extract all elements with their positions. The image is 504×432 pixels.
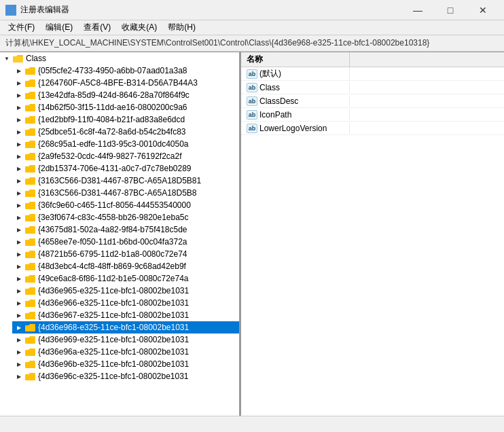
svg-rect-31: [25, 374, 35, 380]
tree-item-10[interactable]: ▶ {3163C566-D381-4467-87BC-A65A18D5B8: [12, 187, 239, 199]
tree-item-1[interactable]: ▶ {1264760F-A5C8-4BFE-B314-D56A7B44A3: [12, 77, 239, 89]
tree-item-12[interactable]: ▶ {3e3f0674-c83c-4558-bb26-9820e1eba5c: [12, 211, 239, 223]
tree-item-16[interactable]: ▶ {48d3ebc4-4cf8-48ff-b869-9c68ad42eb9f: [12, 260, 239, 272]
svg-rect-19: [25, 228, 35, 234]
value-cell-name-2: ab ClassDesc: [241, 96, 350, 107]
svg-rect-21: [25, 252, 35, 258]
svg-rect-20: [25, 240, 35, 246]
tree-item-24[interactable]: ▶ {4d36e96b-e325-11ce-bfc1-08002be1031: [12, 358, 239, 370]
address-text: 计算机\HKEY_LOCAL_MACHINE\SYSTEM\ControlSet…: [5, 37, 429, 49]
svg-rect-30: [25, 362, 35, 368]
tree-item-22[interactable]: ▶ {4d36e969-e325-11ce-bfc1-08002be1031: [12, 334, 239, 346]
tree-item-4[interactable]: ▶ {1ed2bbf9-11f0-4084-b21f-ad83a8e6dcd: [12, 113, 239, 126]
minimize-button[interactable]: —: [402, 0, 433, 20]
value-cell-data-2: [350, 101, 504, 102]
svg-rect-22: [25, 264, 35, 270]
value-row-2[interactable]: ab ClassDesc: [241, 94, 504, 108]
tree-item-23[interactable]: ▶ {4d36e96a-e325-11ce-bfc1-08002be1031: [12, 346, 239, 358]
svg-rect-16: [25, 191, 35, 197]
tree-root-label: Class: [26, 54, 46, 63]
svg-rect-25: [25, 301, 35, 307]
window-title: 注册表编辑器: [20, 4, 402, 16]
svg-rect-11: [25, 130, 35, 136]
value-header-type: [350, 58, 504, 61]
window-controls: — □ ✕: [402, 0, 499, 20]
tree-item-3[interactable]: ▶ {14b62f50-3f15-11dd-ae16-0800200c9a6: [12, 101, 239, 113]
svg-rect-14: [25, 166, 35, 173]
tree-item-5[interactable]: ▶ {25dbce51-6c8f-4a72-8a6d-b54c2b4fc83: [12, 126, 239, 138]
menu-view[interactable]: 查看(V): [78, 20, 116, 35]
expand-arrow-root[interactable]: ▼: [3, 54, 11, 62]
svg-rect-15: [25, 179, 35, 185]
svg-rect-3: [12, 11, 15, 14]
value-header-name: 名称: [241, 52, 350, 67]
tree-item-17[interactable]: ▶ {49ce6ac8-6f86-11d2-b1e5-0080c72e74a: [12, 272, 239, 285]
value-cell-name-4: ab LowerLogoVersion: [241, 123, 350, 134]
value-row-0[interactable]: ab (默认): [241, 67, 504, 81]
tree-item-14[interactable]: ▶ {4658ee7e-f050-11d1-b6bd-00c04fa372a: [12, 236, 239, 248]
title-bar: 注册表编辑器 — □ ✕: [0, 0, 504, 20]
svg-rect-13: [25, 154, 35, 160]
value-row-3[interactable]: ab IconPath: [241, 108, 504, 122]
svg-rect-7: [25, 81, 35, 87]
reg-sz-icon-4: ab: [247, 124, 257, 133]
tree-item-19[interactable]: ▶ {4d36e966-e325-11ce-bfc1-08002be1031: [12, 297, 239, 309]
tree-item-2[interactable]: ▶ {13e42dfa-85d9-424d-8646-28a70f864f9c: [12, 89, 239, 101]
value-row-1[interactable]: ab Class: [241, 81, 504, 94]
tree-item-13[interactable]: ▶ {43675d81-502a-4a82-9f84-b75f418c5de: [12, 223, 239, 236]
tree-item-25[interactable]: ▶ {4d36e96c-e325-11ce-bfc1-08002be1031: [12, 370, 239, 382]
menu-favorites[interactable]: 收藏夹(A): [116, 20, 162, 35]
tree-item-8[interactable]: ▶ {2db15374-706e-4131-a0c7-d7c78eb0289: [12, 162, 239, 175]
value-cell-name-3: ab IconPath: [241, 109, 350, 120]
svg-rect-17: [25, 203, 35, 209]
tree-panel[interactable]: ▼ Class ▶ {05f5cfe2-4733-4950-a6bb-07aad…: [0, 52, 241, 416]
svg-rect-6: [25, 69, 35, 75]
svg-rect-28: [25, 338, 35, 344]
menu-bar: 文件(F) 编辑(E) 查看(V) 收藏夹(A) 帮助(H): [0, 20, 504, 35]
value-cell-data-4: [350, 128, 504, 129]
status-bar: [0, 416, 504, 432]
tree-item-9[interactable]: ▶ {3163C566-D381-4467-87BC-A65A18D5B81: [12, 175, 239, 187]
svg-rect-23: [25, 276, 35, 283]
value-panel-header: 名称: [241, 52, 504, 67]
svg-rect-2: [7, 11, 10, 14]
app-icon: [5, 5, 16, 16]
close-button[interactable]: ✕: [467, 0, 499, 20]
maximize-button[interactable]: □: [435, 0, 466, 20]
menu-help[interactable]: 帮助(H): [162, 20, 201, 35]
value-cell-name-0: ab (默认): [241, 67, 350, 80]
tree-item-11[interactable]: ▶ {36fc9e60-c465-11cf-8056-444553540000: [12, 199, 239, 211]
svg-rect-10: [25, 118, 35, 124]
reg-sz-icon-2: ab: [247, 96, 257, 106]
value-cell-data-1: [350, 87, 504, 88]
svg-rect-5: [13, 56, 23, 62]
reg-sz-icon-0: ab: [247, 69, 257, 79]
tree-item-0[interactable]: ▶ {05f5cfe2-4733-4950-a6bb-07aad01a3a8: [12, 65, 239, 77]
svg-rect-18: [25, 215, 35, 221]
svg-rect-12: [25, 142, 35, 148]
main-content: ▼ Class ▶ {05f5cfe2-4733-4950-a6bb-07aad…: [0, 52, 504, 416]
tree-nodes: ▶ {05f5cfe2-4733-4950-a6bb-07aad01a3a8 ▶…: [0, 65, 239, 382]
reg-sz-icon-3: ab: [247, 110, 257, 120]
value-panel: 名称 ab (默认) ab Class ab ClassDesc: [241, 52, 504, 416]
svg-rect-8: [25, 93, 35, 99]
tree-item-18[interactable]: ▶ {4d36e965-e325-11ce-bfc1-08002be1031: [12, 285, 239, 297]
reg-sz-icon-1: ab: [247, 83, 257, 92]
tree-root-class[interactable]: ▼ Class: [0, 52, 239, 65]
menu-file[interactable]: 文件(F): [3, 20, 40, 35]
folder-icon-root: [13, 54, 24, 63]
svg-rect-29: [25, 350, 35, 356]
svg-rect-1: [12, 6, 15, 10]
svg-rect-0: [7, 6, 10, 10]
tree-item-6[interactable]: ▶ {268c95a1-edfe-11d3-95c3-0010dc4050a: [12, 138, 239, 150]
value-cell-name-1: ab Class: [241, 82, 350, 93]
svg-rect-9: [25, 105, 35, 111]
tree-item-21-selected[interactable]: ▶ {4d36e968-e325-11ce-bfc1-08002be1031: [12, 321, 239, 334]
svg-rect-27: [25, 325, 35, 331]
svg-rect-26: [25, 313, 35, 319]
value-row-4[interactable]: ab LowerLogoVersion: [241, 122, 504, 135]
tree-item-7[interactable]: ▶ {2a9fe532-0cdc-44f9-9827-76192f2ca2f: [12, 150, 239, 162]
tree-item-20[interactable]: ▶ {4d36e967-e325-11ce-bfc1-08002be1031: [12, 309, 239, 321]
menu-edit[interactable]: 编辑(E): [40, 20, 78, 35]
tree-item-15[interactable]: ▶ {48721b56-6795-11d2-b1a8-0080c72e74: [12, 248, 239, 260]
